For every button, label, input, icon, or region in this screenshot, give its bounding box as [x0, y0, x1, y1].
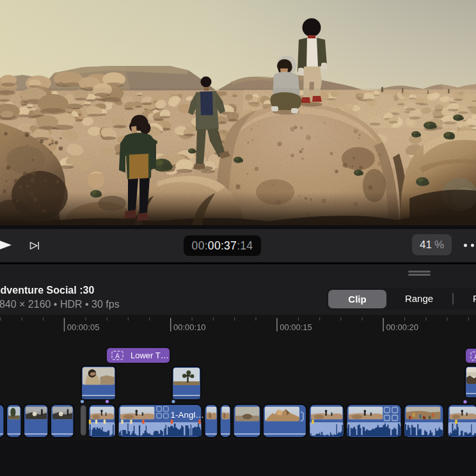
svg-text:00:00:20: 00:00:20 — [386, 322, 418, 332]
svg-text:00:00:10: 00:00:10 — [173, 322, 206, 332]
svg-text:A: A — [115, 353, 120, 360]
svg-text:Lower T…: Lower T… — [131, 351, 169, 360]
svg-text:00:00:05: 00:00:05 — [67, 322, 100, 332]
svg-text:1-Angl…: 1-Angl… — [171, 410, 205, 420]
svg-text:00:00:15: 00:00:15 — [280, 322, 312, 332]
